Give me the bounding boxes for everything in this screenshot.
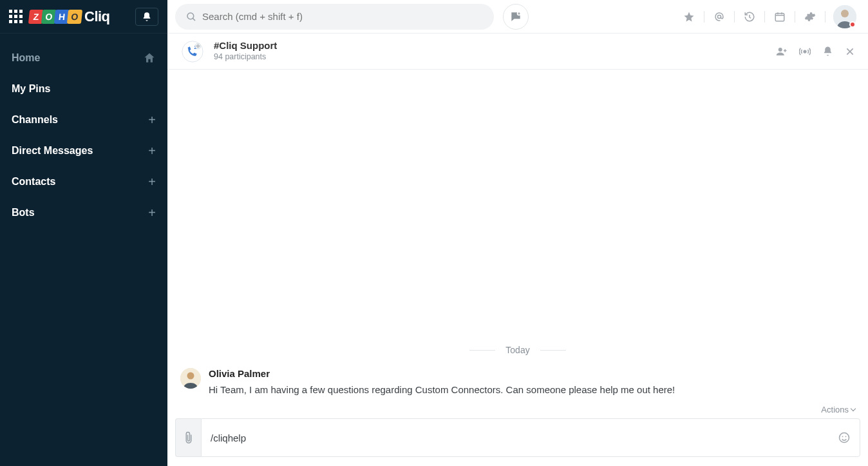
message-author[interactable]: Olivia Palmer — [209, 368, 675, 379]
zoho-cliq-logo[interactable]: Z O H O Cliq — [29, 8, 110, 25]
plus-icon[interactable]: + — [148, 144, 156, 157]
apps-launcher-icon[interactable] — [9, 10, 23, 23]
sidebar-item-home[interactable]: Home — [0, 43, 167, 73]
top-right-actions — [677, 5, 856, 28]
svg-point-16 — [845, 436, 847, 437]
sidebar-item-label: Channels — [12, 114, 58, 126]
svg-point-11 — [804, 50, 806, 53]
paperclip-icon — [183, 431, 194, 445]
profile-avatar[interactable] — [833, 5, 856, 28]
spacer — [167, 70, 868, 336]
channel-subtitle: 94 participants — [214, 52, 277, 63]
compose-input[interactable] — [211, 432, 831, 443]
divider — [734, 11, 735, 23]
calendar-button[interactable] — [768, 11, 792, 23]
chat-plus-icon — [509, 10, 522, 23]
sidebar-item-label: My Pins — [12, 83, 50, 95]
bell-icon — [142, 12, 152, 22]
svg-point-0 — [187, 13, 194, 19]
composer — [167, 418, 868, 466]
svg-point-6 — [841, 10, 849, 17]
support-phone-icon: 24 — [182, 41, 203, 63]
top-bar — [167, 0, 868, 34]
at-icon — [713, 11, 725, 23]
sidebar-item-label: Direct Messages — [12, 145, 93, 157]
avatar-icon — [180, 368, 201, 389]
sidebar-item-direct-messages[interactable]: Direct Messages + — [0, 135, 167, 166]
sidebar: Z O H O Cliq Home My Pins Channels + Dir… — [0, 0, 167, 466]
close-channel-button[interactable] — [845, 46, 855, 57]
sidebar-nav: Home My Pins Channels + Direct Messages … — [0, 34, 167, 228]
divider-line — [469, 350, 495, 351]
svg-point-3 — [717, 15, 721, 18]
channel-avatar: 24 — [180, 39, 205, 64]
star-button[interactable] — [677, 11, 701, 23]
history-icon — [744, 11, 755, 23]
channel-actions — [776, 46, 855, 57]
broadcast-icon — [799, 46, 811, 57]
user-plus-icon — [776, 46, 788, 57]
actions-label: Actions — [821, 405, 849, 414]
channel-title: #Cliq Support — [214, 40, 277, 52]
message-row[interactable]: Olivia Palmer Hi Team, I am having a few… — [167, 364, 868, 405]
attach-button[interactable] — [175, 418, 201, 457]
sidebar-header: Z O H O Cliq — [0, 0, 167, 34]
day-divider: Today — [167, 336, 868, 364]
sidebar-item-label: Bots — [12, 207, 35, 218]
compose-input-wrap[interactable] — [201, 418, 860, 457]
mentions-button[interactable] — [707, 11, 731, 23]
home-icon — [143, 52, 156, 64]
close-icon — [845, 46, 855, 57]
logo-letter: O — [67, 10, 82, 24]
divider — [825, 11, 826, 23]
add-participant-button[interactable] — [776, 46, 788, 57]
chevron-down-icon — [851, 405, 856, 411]
plus-icon[interactable]: + — [148, 113, 156, 126]
main-panel: 24 #Cliq Support 94 participants — [167, 0, 868, 466]
svg-point-15 — [842, 436, 844, 437]
broadcast-button[interactable] — [799, 46, 811, 57]
status-indicator — [849, 21, 856, 28]
logo-product-name: Cliq — [84, 8, 110, 25]
day-label: Today — [505, 345, 529, 355]
divider — [704, 11, 704, 23]
history-button[interactable] — [737, 11, 762, 23]
message-text: Hi Team, I am having a few questions reg… — [209, 383, 675, 397]
channel-header: 24 #Cliq Support 94 participants — [167, 34, 868, 70]
sidebar-item-label: Home — [12, 52, 40, 64]
message-body: Olivia Palmer Hi Team, I am having a few… — [209, 368, 675, 397]
sidebar-item-channels[interactable]: Channels + — [0, 104, 167, 135]
message-avatar[interactable] — [180, 368, 201, 389]
search-icon — [185, 11, 197, 23]
bell-icon — [822, 46, 833, 57]
plus-icon[interactable]: + — [148, 175, 156, 188]
sidebar-item-label: Contacts — [12, 176, 55, 188]
star-icon — [683, 11, 695, 23]
message-list: Today Olivia Palmer Hi Team, I am having… — [167, 70, 868, 418]
gear-icon — [804, 11, 816, 23]
svg-line-1 — [193, 18, 195, 21]
search-box[interactable] — [175, 4, 494, 30]
svg-point-14 — [840, 433, 849, 443]
sidebar-item-bots[interactable]: Bots + — [0, 197, 167, 228]
notifications-toggle-button[interactable] — [135, 8, 158, 26]
emoji-button[interactable] — [838, 431, 851, 444]
divider — [795, 11, 795, 23]
divider-line — [540, 350, 566, 351]
calendar-icon — [774, 11, 786, 23]
divider — [764, 11, 765, 23]
search-input[interactable] — [202, 11, 484, 22]
channel-title-block[interactable]: #Cliq Support 94 participants — [214, 40, 277, 62]
quick-compose-button[interactable] — [503, 4, 529, 30]
sidebar-item-contacts[interactable]: Contacts + — [0, 166, 167, 197]
settings-button[interactable] — [798, 11, 822, 23]
channel-notifications-button[interactable] — [822, 46, 833, 57]
plus-icon[interactable]: + — [148, 206, 156, 219]
svg-point-10 — [778, 48, 782, 52]
sidebar-item-my-pins[interactable]: My Pins — [0, 73, 167, 104]
svg-rect-4 — [775, 13, 784, 21]
emoji-icon — [838, 431, 851, 444]
actions-dropdown[interactable]: Actions — [821, 405, 855, 414]
message-actions-row: Actions — [167, 405, 868, 418]
svg-point-13 — [187, 373, 194, 380]
